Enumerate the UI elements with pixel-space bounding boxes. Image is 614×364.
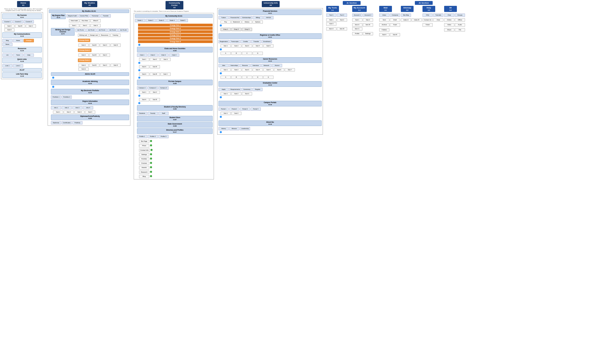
uni-portals: Campus PortalsA4.A8 Portal 1 Portal 2 Po… [219,101,322,118]
cc-indicator [138,44,140,46]
ms-advisr: Advisr A2.A5 [51,72,129,79]
ar-header: Ar Section [343,1,361,5]
uni-fin-ind [220,24,222,26]
home-quicklinks: Quick LinksA1.A6 Link 1 Link 2 [2,58,42,67]
home-header: Home A1 [17,1,30,7]
ms-portfolio: My Electronic PortfolioA2.A8 Portfolio 1… [51,89,129,99]
cc-green-3 [151,149,153,151]
ar-mytools: My ToolsAr1 Tool 1 Tool 2 Sub 1 Sub 2 Su… [326,6,351,31]
ms-degreeplan: My Degree PlanA2.T5 Degree Audit Course … [51,14,129,27]
home-content: My CoursesA1.A1 Course 1 Course 2 Course… [1,12,43,79]
indicator-1 [52,77,54,79]
at-mail: MailAt1 Inbox Compose Sent Draft Archive… [379,6,400,36]
cc-green-5 [150,158,152,160]
home-resources: ResourcesA1.A5 Lib Tools Help [2,47,42,57]
cc-green-2 [150,144,152,146]
mystudies-section: My Studies A2 My Studies A2.A1 My Degree… [48,1,132,126]
home-linkfarm: Link Farm HelpA1.A8 [2,72,42,78]
mystudies-header: My Studies A2 [82,1,97,7]
community-header: Community Center A3 [166,1,183,9]
ms-main: My Studies A2.A1 [49,9,129,13]
at-im: IMAt4 Chat Groups Online Offline Video A… [444,6,465,32]
cc-clubs: Clubs and Honor SocietiesA3.B2 Club 1 Cl… [137,47,213,79]
home-mycourses: My CoursesA1.A1 Course 1 Course 2 Course… [2,13,42,32]
cc-clubs-ind [138,62,140,64]
cc-campus-ind2 [138,102,140,104]
home-section: Home A1 These are the "Home" landing pag… [1,1,46,79]
cc-green-9 [150,175,152,177]
cc-profiles: Directory and ProfilesA3.A7 Profile 1 Pr… [137,128,213,178]
uni-about-ind [220,131,222,133]
at-subsections: MailAt1 Inbox Compose Sent Draft Archive… [379,6,465,36]
mystudies-content: My Studies A2.A1 My Degree PlanA2.T5 Deg… [48,8,130,126]
university-content: Financial ServicesA4.A1 Tuition Financia… [217,8,323,135]
ar-subsections: My ToolsAr1 Tool 1 Tool 2 Sub 1 Sub 2 Su… [326,6,377,35]
uni-port-ind [220,116,222,118]
community-section: Community Center A3 This section is some… [134,1,215,179]
indicator-2 [52,86,54,88]
ms-writing: Writing and Design CoursesA2.T5 A2.T5.A1… [51,28,129,71]
at-header: At Section [415,1,433,5]
community-content: My Community A3.A1 Node 1 Node 2 Node 3 … [134,13,214,179]
cc-clubs-ind3 [138,77,140,79]
uni-grad-ind [220,96,222,98]
cc-clubs-ind2 [138,69,140,71]
uni-about: About IbuA4.A9 History Mission Leadershi… [219,120,322,133]
uni-registrar: Registrar & Credits OfficeA4.A3 Registra… [219,33,322,55]
at-mail-header: MailAt1 [379,6,392,12]
ar-myaccount-header: My AccountAr2 [352,6,367,12]
university-section: University Info A4 Financial ServicesA4.… [217,1,324,135]
uni-reg-ind [220,48,222,50]
at-help-header: HelpAt3 [422,6,435,12]
uni-financial: Financial ServicesA4.A1 Tuition Financia… [219,9,322,31]
cc-green-7 [150,166,152,168]
at-sitemap-header: SitemapAt2 [401,6,414,12]
cc-directory: Student & Faculty DirectoryA3.B6 Student… [137,105,213,115]
uni-career: Career ResourcesA4.A4 Jobs Internships R… [219,57,322,79]
cc-green-6 [150,162,152,164]
ms-degreeinfo: Degree InformationA2.A9 Info 1 Info 2 In… [51,100,129,114]
cc-green-1 [150,140,152,142]
cc-govt: State GovernmentA3.B8 [137,122,213,128]
ar-mytools-header: My ToolsAr1 [326,6,339,12]
cc-main: My Community A3.A1 Node 1 Node 2 Node 3 … [135,14,213,46]
home-note: These are the "Home" landing page sectio… [1,8,46,11]
at-im-header: IMAt4 [444,6,457,12]
uni-car-ind [220,72,222,74]
ar-section: Ar Section My ToolsAr1 Tool 1 Tool 2 Sub… [326,1,377,35]
university-header: University Info A4 [262,1,280,7]
cc-green-8 [150,171,152,173]
at-help: HelpAt3 FAQ Tutorials Contact Us Chat Ti… [422,6,443,27]
cc-campus: Psi Iota CampusA3.B5 Campus 1 Campus 2 C… [137,80,213,104]
uni-graduation: Graduation CenterA4.A5 Apply Requirement… [219,81,322,99]
cc-green-4 [150,153,152,155]
ms-diplomas: Diplomas/Certs/PublicityA2.B6 Diplomas C… [51,115,129,124]
at-section: At Section MailAt1 Inbox Compose Sent Dr… [379,1,468,36]
home-mycomm: My CommunicationsA1.A2 Msg Alerts Orange… [2,32,42,46]
at-sitemap: SitemapAt2 Site Map Index A Index B [401,6,422,22]
community-note: This section is something of a template.… [134,10,189,12]
ms-advising: Academic AdvisingA2.A6 [51,80,129,88]
ar-myaccount: My AccountAr2 Account 1 Account 2 Sub 1 … [352,6,377,35]
home-a7: A1.A7 [2,68,42,72]
cc-store: Student StoreA3.B7 [137,116,213,121]
cc-campus-ind [138,95,140,97]
